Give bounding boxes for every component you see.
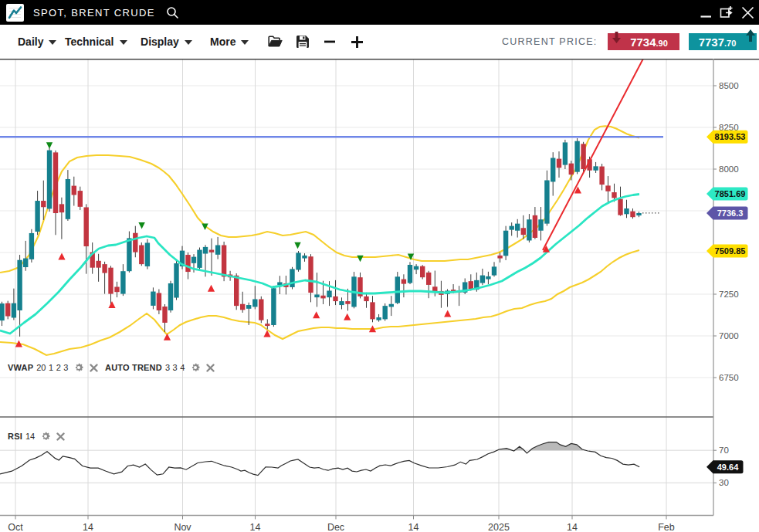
menu-display-label: Display (141, 36, 179, 48)
zoom-out-icon[interactable] (324, 36, 336, 48)
candle (327, 290, 331, 297)
candle (59, 204, 64, 212)
price-tag-label: 7509.85 (715, 246, 746, 256)
buy-signal-icon (164, 334, 171, 341)
rsi-params: 14 (25, 432, 35, 441)
candle (271, 288, 276, 325)
candle (162, 307, 167, 323)
bid-price-badge: 7734.90 (608, 33, 679, 50)
indicator-label-autotrend: AUTO TREND 3 3 4 (105, 362, 215, 373)
candle (133, 233, 137, 252)
candle (47, 151, 52, 209)
candle (432, 286, 437, 291)
vwap-name: VWAP (8, 363, 33, 372)
price-tag-label: 7851.69 (715, 189, 746, 198)
price-chart[interactable]: 850082508000775075007250700067507030Oct1… (0, 59, 759, 532)
price-tick-label: 6750 (719, 373, 739, 382)
time-tick-label: Dec (327, 522, 344, 532)
candle (636, 213, 641, 215)
candle (339, 301, 344, 305)
sell-signal-icon (138, 222, 144, 229)
candle (102, 264, 107, 273)
candle (209, 250, 214, 252)
time-tick-label: 14 (408, 522, 419, 532)
autotrend-remove-icon[interactable] (206, 364, 215, 372)
arrow-up-icon (746, 29, 755, 42)
candle (426, 273, 431, 285)
arrow-down-icon (612, 32, 621, 43)
sell-signal-icon (294, 242, 300, 249)
candle (574, 141, 579, 172)
time-axis[interactable]: Oct14Nov14Dec14202514Feb (8, 516, 675, 532)
candle (581, 144, 585, 169)
buy-signal-icon (208, 285, 215, 292)
price-tag: 7851.69 (706, 188, 748, 201)
candle (246, 305, 251, 309)
bollinger-bands (0, 126, 639, 355)
auto-trend-line[interactable] (543, 59, 643, 250)
candle (114, 287, 119, 293)
candle (376, 317, 381, 320)
title-bar: SPOT, BRENT CRUDE (0, 0, 759, 25)
save-icon[interactable] (296, 35, 310, 49)
candle (521, 228, 526, 235)
search-icon[interactable] (166, 6, 179, 19)
time-tick-label: Oct (8, 522, 23, 532)
vwap-settings-gear-icon[interactable] (73, 362, 84, 373)
candle (569, 164, 574, 175)
zoom-in-icon[interactable] (351, 36, 364, 49)
close-button[interactable] (740, 5, 754, 19)
vwap-params: 20 1 2 3 (36, 363, 68, 372)
autotrend-settings-gear-icon[interactable] (190, 362, 201, 373)
candle (191, 257, 196, 263)
candle (41, 201, 46, 207)
candle (174, 263, 178, 297)
candle (29, 233, 34, 259)
menu-more[interactable]: More (210, 36, 249, 48)
candle (157, 293, 161, 310)
time-tick-label: 14 (250, 522, 261, 532)
sell-signal-icon (357, 256, 363, 262)
candle (486, 276, 490, 280)
candle (0, 303, 5, 320)
chevron-down-icon (49, 40, 56, 45)
candle (302, 256, 307, 259)
indicator-label-rsi: RSI 14 (8, 431, 65, 442)
rsi-remove-icon[interactable] (56, 432, 65, 441)
ask-price-int: 7737 (699, 36, 724, 49)
trade-signals (15, 142, 581, 347)
menu-technical-label: Technical (65, 36, 114, 48)
candle (492, 266, 496, 275)
vwap-line[interactable] (0, 195, 639, 334)
ask-price-badge: 7737.70 (689, 33, 757, 50)
menu-timeframe[interactable]: Daily (18, 36, 56, 48)
candle (265, 324, 269, 326)
rsi-settings-gear-icon[interactable] (40, 431, 51, 442)
price-tick-label: 7000 (719, 331, 739, 341)
candle (515, 224, 520, 231)
chart-area[interactable]: 850082508000775075007250700067507030Oct1… (0, 59, 759, 532)
candle (127, 238, 131, 271)
candle (533, 215, 537, 238)
candle (551, 158, 555, 182)
minimize-button[interactable] (699, 5, 713, 19)
candle (197, 250, 202, 268)
candle (408, 265, 412, 283)
open-file-icon[interactable] (268, 36, 283, 48)
candle (35, 201, 39, 232)
candle (527, 219, 531, 240)
candle (593, 166, 598, 170)
candle (630, 212, 635, 218)
menu-technical[interactable]: Technical (65, 36, 127, 48)
price-tick-label: 8500 (719, 81, 739, 90)
sell-signal-icon (46, 142, 53, 149)
time-tick-label: Feb (658, 522, 675, 532)
vwap-remove-icon[interactable] (90, 364, 98, 372)
candle (234, 276, 239, 306)
price-tag: 7736.3 (706, 206, 748, 219)
candle (222, 246, 226, 277)
popout-button[interactable] (720, 5, 734, 19)
candle (215, 246, 220, 255)
candle (383, 306, 388, 319)
menu-display[interactable]: Display (141, 36, 192, 48)
